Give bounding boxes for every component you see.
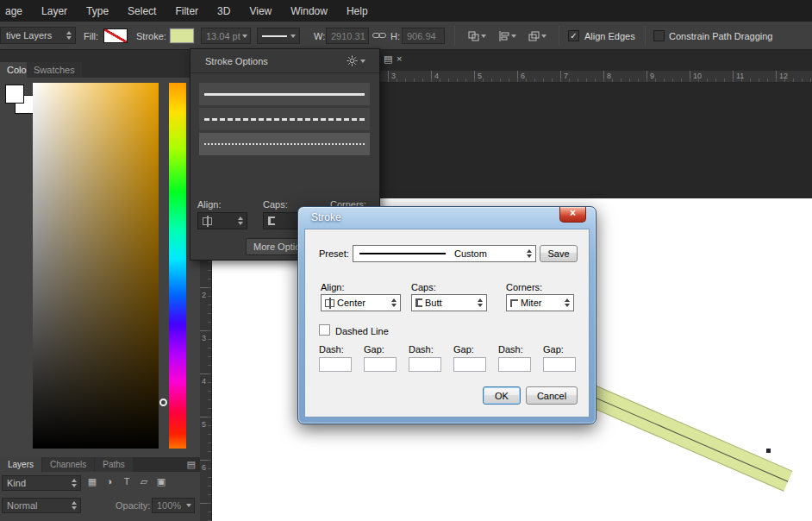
menu-item-view[interactable]: View [240, 5, 281, 17]
tool-mode-dropdown[interactable]: tive Layers [0, 27, 76, 44]
path-anchor-point[interactable] [766, 449, 771, 453]
shape-height-value: 906.94 [407, 31, 436, 41]
close-icon[interactable]: × [397, 53, 402, 64]
link-dimensions-icon[interactable] [372, 30, 386, 42]
tab-swatches-label: Swatches [34, 65, 75, 75]
ruler-number: 3 [202, 334, 206, 342]
gap-field-3[interactable] [543, 357, 576, 372]
ruler-number: 4 [202, 377, 206, 386]
align-edges-checkbox[interactable]: ✓ [568, 30, 579, 41]
hue-slider[interactable] [169, 83, 186, 449]
shape-height-field[interactable]: 906.94 [402, 28, 445, 44]
align-label: Align: [321, 282, 345, 292]
foreground-color-swatch[interactable] [5, 85, 24, 104]
dash-field-3[interactable] [498, 357, 531, 372]
dashed-line-checkbox[interactable] [319, 324, 330, 336]
align-edges-label: Align Edges [584, 31, 635, 41]
stroke-preset-dashed[interactable] [199, 108, 370, 130]
preset-label: Preset: [319, 248, 349, 259]
tab-layers[interactable]: Layers [0, 457, 41, 472]
corners-value: Miter [521, 298, 541, 308]
hue-slider-marker[interactable] [159, 399, 167, 406]
path-arrangement-button[interactable] [524, 28, 550, 44]
stroke-options-gear-button[interactable] [347, 55, 365, 66]
dialog-title-bar[interactable]: Stroke [298, 207, 596, 228]
gear-icon [347, 55, 358, 66]
stroke-dialog: Stroke × Preset: Custom Save Align: Caps… [297, 206, 597, 424]
stroke-preset-dotted[interactable] [199, 133, 370, 155]
stroke-width-field[interactable]: 13.04 pt [201, 28, 251, 44]
dialog-body: Preset: Custom Save Align: Caps: Corners… [304, 229, 590, 417]
height-label: H: [390, 31, 400, 41]
panel-menu-icon[interactable]: ▤ [384, 53, 392, 65]
dashed-line-preview [204, 118, 365, 121]
preset-value: Custom [454, 248, 487, 259]
opacity-dropdown[interactable]: 100% [152, 498, 195, 513]
caps-combo[interactable]: Butt [411, 294, 487, 311]
ruler-number: 8 [607, 72, 611, 80]
panel-menu-icon[interactable]: ▤ [187, 459, 196, 470]
menu-item-image[interactable]: age [5, 5, 32, 17]
popup-align-dropdown[interactable] [197, 212, 247, 229]
fill-swatch[interactable] [103, 28, 128, 43]
stroke-type-dropdown[interactable] [257, 28, 300, 44]
dash-field-2[interactable] [409, 357, 441, 372]
menu-item-filter[interactable]: Filter [166, 5, 208, 17]
corners-combo[interactable]: Miter [506, 294, 574, 311]
tab-channels-label: Channels [50, 460, 86, 469]
dialog-title: Stroke [311, 211, 341, 223]
path-alignment-button[interactable] [494, 28, 520, 44]
color-panel: Color Swatches [0, 50, 200, 457]
dash-label-3: Dash: [498, 344, 523, 355]
gap-field-1[interactable] [364, 357, 397, 372]
constrain-path-dragging-checkbox[interactable] [653, 30, 665, 41]
save-button[interactable]: Save [540, 245, 578, 262]
layer-filter-kind-dropdown[interactable]: Kind [2, 475, 81, 491]
menu-item-window[interactable]: Window [281, 5, 337, 17]
divider [559, 26, 559, 46]
menu-item-select[interactable]: Select [118, 5, 166, 17]
close-icon: × [570, 207, 576, 219]
preset-combo[interactable]: Custom [353, 245, 536, 262]
blend-mode-dropdown[interactable]: Normal [2, 498, 81, 513]
align-center-icon [325, 299, 334, 307]
tab-paths-label: Paths [103, 460, 125, 469]
dash-field-1[interactable] [319, 357, 352, 372]
spinner-arrows-icon [72, 501, 77, 510]
align-combo[interactable]: Center [321, 294, 401, 311]
filter-adjustment-layers-icon[interactable]: ◑ [102, 476, 117, 486]
filter-shape-layers-icon[interactable]: ▱ [136, 476, 152, 487]
align-value: Center [337, 298, 365, 308]
width-label: W: [314, 31, 325, 41]
combine-shapes-button[interactable] [464, 28, 490, 44]
cancel-button[interactable]: Cancel [526, 386, 578, 405]
menu-item-type[interactable]: Type [77, 5, 118, 17]
dialog-close-button[interactable]: × [559, 207, 586, 223]
ruler-number: 2 [202, 291, 206, 299]
gap-label-3: Gap: [543, 344, 564, 355]
layer-filter-kind-value: Kind [7, 478, 26, 488]
stroke-preset-solid[interactable] [199, 83, 370, 105]
menu-item-3d[interactable]: 3D [208, 5, 240, 17]
tab-swatches[interactable]: Swatches [27, 62, 82, 78]
combine-shapes-icon [468, 31, 479, 41]
dash-label-2: Dash: [409, 344, 434, 355]
stroke-swatch[interactable] [170, 28, 194, 43]
menu-item-help[interactable]: Help [337, 5, 378, 17]
opacity-value: 100% [157, 500, 181, 511]
tab-channels[interactable]: Channels [42, 457, 94, 472]
ok-button[interactable]: OK [483, 386, 521, 405]
filter-type-layers-icon[interactable]: T [119, 476, 134, 486]
ruler-number: 9 [650, 72, 654, 80]
shape-width-field[interactable]: 2910.31 [326, 28, 369, 44]
ruler-number: 6 [521, 72, 525, 80]
miter-corner-icon [510, 299, 518, 307]
tab-paths[interactable]: Paths [95, 457, 133, 472]
gap-field-2[interactable] [453, 357, 486, 372]
filter-pixel-layers-icon[interactable]: ▦ [84, 476, 100, 487]
color-gradient-picker[interactable] [33, 83, 159, 449]
path-alignment-icon [498, 31, 509, 41]
menu-item-layer[interactable]: Layer [32, 5, 77, 17]
butt-cap-icon [415, 298, 422, 307]
filter-smart-objects-icon[interactable]: ▣ [153, 476, 169, 487]
